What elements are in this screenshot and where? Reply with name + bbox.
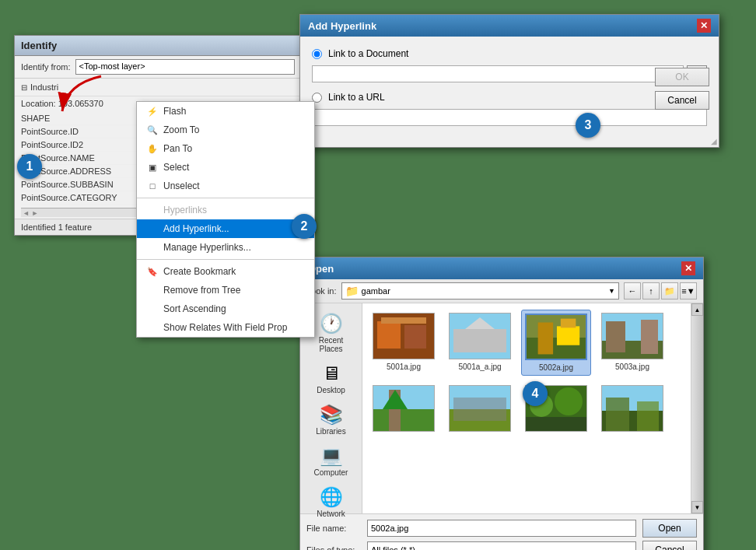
file-item-5001a[interactable]: 5001a.jpg <box>369 310 439 376</box>
context-menu: ⚡ Flash 🔍 Zoom To ✋ Pan To ▣ Select □ Un… <box>136 101 315 338</box>
file-item-5[interactable] <box>369 382 439 438</box>
menu-item-pan-to[interactable]: ✋ Pan To <box>137 139 314 158</box>
open-button-group: Open <box>642 519 697 538</box>
badge-4: 4 <box>523 381 548 406</box>
menu-label: Remove from Tree <box>163 285 240 296</box>
badge-2: 2 <box>292 214 317 239</box>
open-dialog-scrollbar[interactable]: ▲ ▼ <box>691 303 703 513</box>
zoom-icon: 🔍 <box>146 124 159 136</box>
file-item-5003a[interactable]: 5003a.jpg <box>597 310 667 376</box>
file-label: 5003a.jpg <box>615 363 649 371</box>
sidebar-computer[interactable]: 💻 Computer <box>303 442 359 480</box>
toolbar-icons: ← ↑ 📁 ≡▼ <box>624 282 697 300</box>
filetype-row: Files of type: All files (*.*) Cancel <box>306 541 697 550</box>
relates-icon <box>146 321 159 334</box>
menu-item-select[interactable]: ▣ Select <box>137 158 314 177</box>
sort-icon <box>146 303 159 315</box>
lookin-dropdown[interactable]: 📁 gambar ▼ <box>341 282 619 300</box>
file-item-6[interactable] <box>445 382 515 438</box>
flash-icon: ⚡ <box>146 105 159 117</box>
file-thumbnail <box>449 313 511 359</box>
badge-3: 3 <box>576 113 600 138</box>
open-dialog-files: 5001a.jpg 5001a_a.jpg <box>362 303 691 513</box>
svg-rect-31 <box>637 401 659 431</box>
menu-item-create-bookmark[interactable]: 🔖 Create Bookmark <box>137 262 314 281</box>
menu-label: Zoom To <box>163 124 199 135</box>
unselect-icon: □ <box>146 180 159 192</box>
link-url-label: Link to a URL <box>328 92 385 103</box>
svg-rect-6 <box>453 329 506 352</box>
menu-separator-2 <box>137 259 314 260</box>
network-label: Network <box>317 510 345 518</box>
sidebar-network[interactable]: 🌐 Network <box>303 483 359 521</box>
hyperlinks-icon <box>146 204 159 216</box>
link-doc-label: Link to a Document <box>328 48 408 59</box>
view-menu-button[interactable]: ≡▼ <box>680 282 697 300</box>
menu-label: Unselect <box>163 180 200 191</box>
nav-up-button[interactable]: ↑ <box>642 282 660 300</box>
svg-rect-10 <box>538 322 553 354</box>
add-hyperlink-close-button[interactable]: ✕ <box>697 19 711 33</box>
menu-item-flash[interactable]: ⚡ Flash <box>137 102 314 121</box>
url-input-row <box>312 109 707 126</box>
ok-button[interactable]: OK <box>655 68 709 86</box>
new-folder-button[interactable]: 📁 <box>661 282 678 300</box>
svg-rect-16 <box>641 320 658 354</box>
svg-rect-12 <box>561 319 576 328</box>
menu-label: Create Bookmark <box>163 266 236 277</box>
open-dialog-footer: File name: Open Files of type: All files… <box>300 513 703 550</box>
scrollbar-thumb[interactable] <box>691 316 703 501</box>
menu-item-zoom-to[interactable]: 🔍 Zoom To <box>137 121 314 139</box>
sidebar-desktop[interactable]: 🖥 Desktop <box>303 359 359 398</box>
cancel-button[interactable]: Cancel <box>655 91 709 110</box>
sidebar-libraries[interactable]: 📚 Libraries <box>303 401 359 439</box>
file-item-5001a-a[interactable]: 5001a_a.jpg <box>445 310 515 376</box>
menu-label: Hyperlinks <box>163 205 207 215</box>
url-input[interactable] <box>312 109 707 126</box>
remove-icon <box>146 284 159 296</box>
identify-title: Identify <box>21 40 57 51</box>
file-thumbnail <box>373 313 435 359</box>
menu-label: Flash <box>163 106 186 117</box>
dialog-button-group: OK Cancel <box>655 68 709 110</box>
add-hyperlink-icon <box>146 222 159 235</box>
menu-item-show-relates[interactable]: Show Relates With Field Prop <box>137 318 314 337</box>
menu-item-manage-hyperlinks[interactable]: Manage Hyperlinks... <box>137 238 314 257</box>
libraries-label: Libraries <box>316 427 345 436</box>
filename-input[interactable] <box>367 520 636 537</box>
menu-label: Pan To <box>163 143 192 154</box>
doc-path-input[interactable] <box>312 65 684 82</box>
badge-1: 1 <box>17 154 42 179</box>
red-arrow <box>43 68 113 125</box>
scrollbar-down-button[interactable]: ▼ <box>691 501 703 513</box>
open-button[interactable]: Open <box>642 519 697 538</box>
file-item-5002a[interactable]: 5002a.jpg <box>521 310 591 376</box>
link-doc-radio[interactable] <box>312 49 322 59</box>
menu-label: Add Hyperlink... <box>163 223 229 234</box>
link-doc-row: Link to a Document <box>312 48 707 59</box>
menu-item-remove-from-tree[interactable]: Remove from Tree <box>137 281 314 300</box>
add-hyperlink-titlebar: Add Hyperlink ✕ <box>300 15 719 37</box>
resize-handle[interactable]: ◢ <box>711 137 717 145</box>
open-dialog-close-button[interactable]: ✕ <box>681 261 695 275</box>
open-file-dialog: Open ✕ Look in: 📁 gambar ▼ ← ↑ 📁 ≡▼ 🕐 Re… <box>299 257 704 550</box>
scrollbar-up-button[interactable]: ▲ <box>691 303 703 316</box>
network-icon: 🌐 <box>320 486 343 508</box>
cancel-button[interactable]: Cancel <box>642 541 697 550</box>
computer-label: Computer <box>314 468 348 477</box>
svg-point-27 <box>555 387 583 415</box>
file-label: 5002a.jpg <box>539 363 573 372</box>
menu-item-add-hyperlink[interactable]: Add Hyperlink... <box>137 219 314 238</box>
folder-icon: 📁 <box>345 285 359 297</box>
svg-rect-4 <box>381 317 426 324</box>
filetype-label: Files of type: <box>306 545 361 550</box>
open-dialog-titlebar: Open ✕ <box>300 257 703 279</box>
file-item-8[interactable] <box>597 382 667 438</box>
menu-item-unselect[interactable]: □ Unselect <box>137 177 314 195</box>
menu-item-sort-ascending[interactable]: Sort Ascending <box>137 300 314 318</box>
filetype-dropdown[interactable]: All files (*.*) <box>367 541 636 550</box>
add-hyperlink-body: Link to a Document ... Link to a URL OK … <box>300 37 719 147</box>
filename-row: File name: Open <box>306 519 697 538</box>
svg-rect-15 <box>606 321 625 352</box>
nav-back-button[interactable]: ← <box>624 282 641 300</box>
